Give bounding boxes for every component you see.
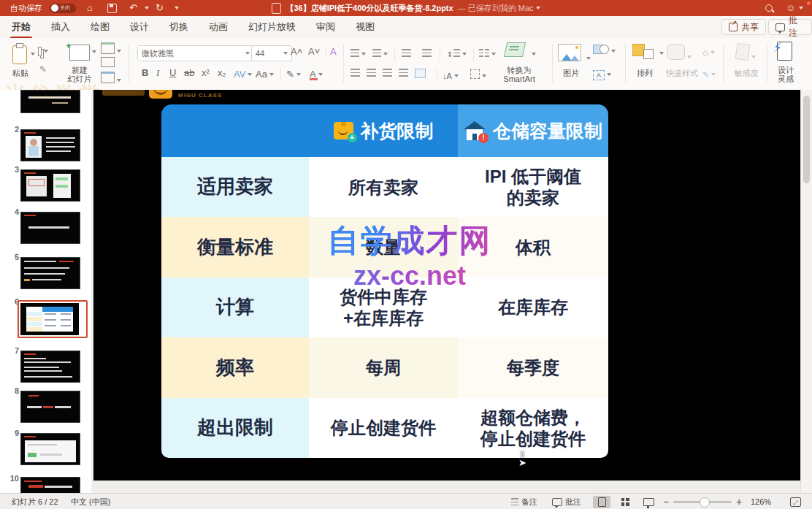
tab-slideshow[interactable]: 幻灯片放映	[247, 20, 297, 34]
grow-font-button[interactable]: A˄	[291, 46, 302, 57]
feedback-smiley-icon[interactable]: ☺	[784, 0, 803, 16]
zoom-level[interactable]: 126%	[751, 494, 771, 509]
subscript-button[interactable]: x₂	[218, 67, 226, 78]
comments-button[interactable]: 批注	[768, 19, 812, 35]
columns-icon[interactable]	[479, 47, 496, 60]
slide-thumbnail-1[interactable]	[20, 90, 80, 113]
font-name-select[interactable]: 微软雅黑	[137, 45, 254, 61]
restock-box-icon: +	[334, 122, 353, 139]
slideshow-view-button[interactable]	[640, 494, 657, 509]
shrink-font-button[interactable]: A˅	[308, 46, 320, 57]
shape-fill-icon[interactable]: ◇	[702, 45, 715, 58]
line-spacing-icon[interactable]: ⇕	[447, 47, 467, 60]
shapes-icon[interactable]	[593, 44, 616, 57]
quick-styles-icon[interactable]	[667, 44, 692, 63]
search-icon[interactable]	[765, 0, 773, 16]
redo-icon[interactable]: ↻	[150, 0, 169, 16]
language-indicator[interactable]: 中文 (中国)	[71, 494, 110, 509]
row-storage-value: 每季度	[507, 357, 559, 378]
increase-indent-icon[interactable]	[422, 47, 432, 60]
slide-thumbnail-6-selected[interactable]	[18, 300, 88, 338]
format-painter-icon[interactable]: ✎	[38, 64, 48, 74]
text-direction-icon[interactable]: ↓A	[443, 69, 459, 82]
tab-review[interactable]: 审阅	[315, 20, 337, 34]
reset-slide-icon[interactable]	[101, 57, 115, 70]
arrange-icon[interactable]	[632, 44, 664, 59]
slide-thumbnail-4[interactable]	[20, 212, 80, 244]
font-size-select[interactable]: 44	[251, 45, 292, 61]
row-restock-value: 货件中库存 +在库库存	[340, 286, 427, 329]
smartart-icon[interactable]	[505, 42, 536, 60]
sensitivity-icon[interactable]	[736, 44, 756, 63]
bold-button[interactable]: B	[142, 67, 148, 78]
mouse-cursor: ⇕➤	[518, 451, 530, 468]
align-text-icon[interactable]	[470, 69, 486, 82]
slide-thumbnail-5[interactable]	[20, 257, 80, 289]
shape-outline-icon[interactable]: ✎	[702, 67, 716, 80]
normal-view-button[interactable]	[593, 494, 610, 509]
clear-format-button[interactable]: A	[330, 46, 337, 57]
highlight-pen-icon[interactable]: ✎	[286, 67, 301, 80]
picture-icon[interactable]	[558, 44, 591, 64]
zoom-slider[interactable]	[673, 494, 732, 509]
alignment-icons[interactable]	[351, 69, 426, 78]
new-slide-icon[interactable]: +	[67, 42, 92, 63]
tab-animations[interactable]: 动画	[207, 20, 229, 34]
italic-button[interactable]: I	[156, 67, 159, 79]
layout-icon[interactable]	[101, 42, 121, 57]
paste-icon[interactable]	[10, 44, 29, 66]
save-icon[interactable]	[102, 0, 122, 16]
status-bar: 幻灯片 6 / 22 中文 (中国) 备注 批注 − + 126% ⤢	[0, 493, 812, 509]
character-spacing-button[interactable]: AV	[234, 67, 252, 80]
statusbar-comment-icon	[552, 498, 562, 506]
share-button[interactable]: ↗ 共享	[721, 19, 766, 35]
scrollbar-thumb[interactable]	[803, 96, 810, 183]
strikethrough-button[interactable]: ab	[184, 67, 194, 78]
notes-button[interactable]: 备注	[511, 494, 537, 509]
font-name-value: 微软雅黑	[142, 48, 174, 59]
undo-icon[interactable]: ↶	[124, 0, 149, 16]
numbering-icon[interactable]	[372, 47, 388, 60]
slide-canvas[interactable]: MIGU CLASS + 补货限制 ! 仓储容量限制 适用卖家	[93, 90, 801, 481]
zoom-in-button[interactable]: +	[736, 494, 742, 509]
slide-thumbnail-9[interactable]	[20, 433, 80, 465]
tab-draw[interactable]: 绘图	[89, 20, 111, 34]
design-ideas-icon[interactable]: ⚡	[777, 42, 792, 64]
autosave-toggle[interactable]: 关闭	[50, 0, 76, 16]
paste-label: 粘贴	[6, 69, 35, 77]
tab-insert[interactable]: 插入	[50, 20, 72, 34]
home-icon[interactable]: ⌂	[82, 0, 98, 16]
vertical-scrollbar[interactable]	[800, 90, 812, 493]
underline-button[interactable]: U	[169, 67, 176, 78]
slide-thumbnail-3[interactable]	[20, 169, 80, 202]
bullets-icon[interactable]	[351, 47, 366, 60]
tab-view[interactable]: 视图	[354, 20, 376, 34]
slide-thumbnail-7[interactable]	[20, 351, 80, 383]
copy-icon[interactable]	[38, 45, 48, 57]
tab-design[interactable]: 设计	[129, 20, 150, 34]
row-storage-value: 在库库存	[498, 296, 568, 318]
slide-sorter-view-button[interactable]	[616, 494, 634, 509]
text-box-icon[interactable]: A	[593, 67, 611, 80]
sections-icon[interactable]	[101, 72, 121, 86]
row-label: 计算	[216, 296, 254, 319]
zoom-slider-thumb[interactable]	[700, 497, 710, 508]
fit-slide-button[interactable]: ⤢	[790, 494, 801, 509]
statusbar-comments-button[interactable]: 批注	[552, 494, 581, 509]
slide-thumbnail-panel: 2 3 4 5	[0, 90, 92, 493]
tab-transitions[interactable]: 切换	[168, 20, 190, 34]
slide-thumbnail-2[interactable]	[20, 129, 80, 161]
slide-thumbnail-10[interactable]	[20, 477, 80, 493]
table-row: 适用卖家 所有卖家 IPI 低于阈值 的卖家	[161, 157, 608, 217]
zoom-out-button[interactable]: −	[663, 494, 669, 509]
notes-label: 备注	[521, 497, 537, 508]
row-restock-value: 数量	[366, 237, 401, 258]
superscript-button[interactable]: x²	[202, 67, 210, 78]
toolbar-more-icon[interactable]	[172, 0, 179, 16]
case-glyph: Aa	[256, 69, 267, 80]
slide-thumbnail-8[interactable]	[20, 391, 80, 423]
font-color-button[interactable]: A	[310, 67, 323, 80]
change-case-button[interactable]: Aa	[256, 67, 274, 80]
decrease-indent-icon[interactable]	[402, 47, 411, 60]
tab-home[interactable]: 开始	[10, 20, 32, 34]
